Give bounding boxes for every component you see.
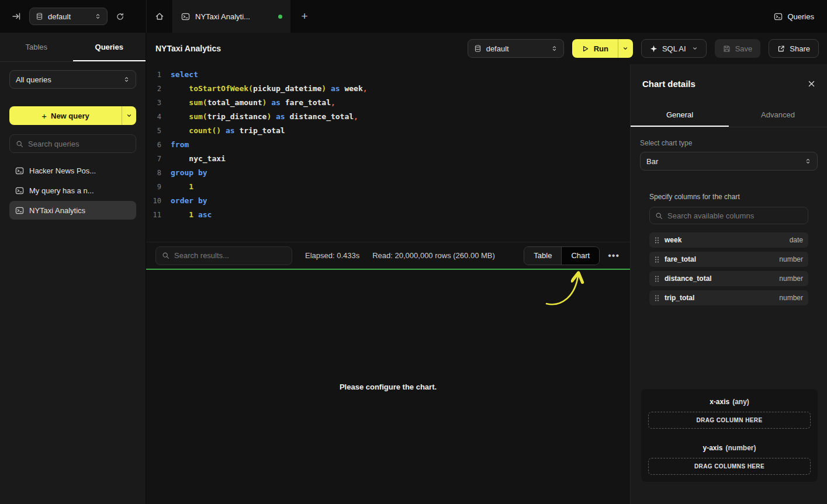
refresh-icon[interactable] xyxy=(116,12,124,21)
code-line[interactable]: select xyxy=(171,68,368,82)
topbar-left: default xyxy=(0,0,146,33)
drag-handle-icon[interactable] xyxy=(655,256,659,263)
query-filter-select[interactable]: All queries xyxy=(9,70,136,89)
column-row[interactable]: fare_totalnumber xyxy=(649,252,808,267)
tab-queries[interactable]: Queries xyxy=(73,33,146,61)
code-line[interactable]: sum(total_amount) as fare_total, xyxy=(171,96,368,110)
tab-title: NYTaxi Analyti... xyxy=(195,12,273,21)
tab-general[interactable]: General xyxy=(631,103,729,127)
chevron-up-down-icon xyxy=(123,76,130,83)
drag-handle-icon[interactable] xyxy=(655,275,659,283)
query-header: NYTaxi Analytics default Run xyxy=(146,33,827,64)
queries-button[interactable]: Queries xyxy=(774,12,814,21)
results-view-toggle: Table Chart xyxy=(524,246,600,265)
chart-type-value: Bar xyxy=(646,157,800,166)
code-line[interactable]: group by xyxy=(171,166,368,180)
code-line[interactable]: 1 asc xyxy=(171,208,368,222)
editor-pane: 1234567891011 select toStartOfWeek(picku… xyxy=(146,64,630,504)
query-item-label: Hacker News Pos... xyxy=(29,166,96,175)
tab-strip: NYTaxi Analyti... + xyxy=(146,0,319,33)
axis-drop-zone[interactable]: DRAG COLUMNS HERE xyxy=(648,458,811,475)
share-button[interactable]: Share xyxy=(769,39,819,58)
drag-handle-icon[interactable] xyxy=(655,294,659,302)
terminal-icon xyxy=(15,206,24,215)
column-row[interactable]: weekdate xyxy=(649,232,808,248)
queries-button-label: Queries xyxy=(787,12,814,21)
run-options-dropdown[interactable] xyxy=(618,39,633,58)
plus-icon: + xyxy=(41,111,47,121)
line-number: 7 xyxy=(146,152,161,166)
column-name: trip_total xyxy=(665,294,694,302)
columns-search xyxy=(649,207,808,224)
new-query-button[interactable]: + New query xyxy=(9,106,136,125)
column-name: week xyxy=(665,236,681,244)
collapse-sidebar-icon[interactable] xyxy=(12,12,21,21)
sql-editor[interactable]: 1234567891011 select toStartOfWeek(picku… xyxy=(146,64,630,242)
annotation-arrow xyxy=(526,270,596,334)
column-type: date xyxy=(790,236,803,244)
chart-type-select[interactable]: Bar xyxy=(640,152,818,171)
terminal-icon xyxy=(774,12,783,21)
results-search-input[interactable] xyxy=(174,251,286,260)
column-name: distance_total xyxy=(665,274,712,283)
columns-section-label: Specify columns for the chart xyxy=(649,193,808,201)
line-number: 8 xyxy=(146,166,161,180)
query-search-input[interactable] xyxy=(28,140,131,148)
panel-tabs: General Advanced xyxy=(631,103,827,127)
sql-ai-button[interactable]: SQL AI xyxy=(641,39,707,58)
columns-section: Specify columns for the chart weekdatefa… xyxy=(640,193,818,305)
run-database-selector[interactable]: default xyxy=(468,39,564,58)
search-icon xyxy=(655,212,663,220)
table-view-button[interactable]: Table xyxy=(524,247,561,265)
axis-drop-zone[interactable]: DRAG COLUMN HERE xyxy=(648,412,811,429)
home-tab[interactable] xyxy=(146,0,173,33)
line-number: 11 xyxy=(146,208,161,222)
share-icon xyxy=(777,45,785,53)
code-line[interactable]: toStartOfWeek(pickup_datetime) as week, xyxy=(171,82,368,96)
save-icon xyxy=(723,45,731,53)
chevron-down-icon[interactable] xyxy=(692,46,698,51)
run-button[interactable]: Run xyxy=(572,39,633,58)
query-list-item[interactable]: Hacker News Pos... xyxy=(9,161,136,180)
new-query-main[interactable]: + New query xyxy=(9,106,122,125)
code-line[interactable]: 1 xyxy=(171,180,368,194)
new-tab-button[interactable]: + xyxy=(290,0,319,33)
axis-block: x-axis(any)DRAG COLUMN HERE xyxy=(648,398,811,429)
terminal-icon xyxy=(181,12,190,21)
code-line[interactable]: nyc_taxi xyxy=(171,152,368,166)
column-row[interactable]: trip_totalnumber xyxy=(649,290,808,305)
line-number: 5 xyxy=(146,124,161,138)
code-line[interactable]: order by xyxy=(171,194,368,208)
axis-block: y-axis(number)DRAG COLUMNS HERE xyxy=(648,444,811,475)
tab-advanced[interactable]: Advanced xyxy=(729,103,827,127)
query-list-item[interactable]: My query has a n... xyxy=(9,181,136,200)
tab-tables[interactable]: Tables xyxy=(0,33,73,61)
tab-queries-label: Queries xyxy=(95,43,123,51)
drag-handle-icon[interactable] xyxy=(655,237,659,244)
new-query-dropdown[interactable] xyxy=(122,106,136,125)
sparkle-icon xyxy=(650,45,658,53)
code-line[interactable]: sum(trip_distance) as distance_total, xyxy=(171,110,368,124)
tab-advanced-label: Advanced xyxy=(761,110,795,119)
sidebar-tabs: Tables Queries xyxy=(0,33,146,62)
tab-nytaxi-analytics[interactable]: NYTaxi Analyti... xyxy=(173,0,290,33)
topbar-database-selector[interactable]: default xyxy=(29,8,108,25)
save-button[interactable]: Save xyxy=(715,39,761,58)
column-type: number xyxy=(779,294,803,302)
elapsed-stat: Elapsed: 0.433s xyxy=(305,251,359,260)
editor-code[interactable]: select toStartOfWeek(pickup_datetime) as… xyxy=(171,68,368,242)
home-icon xyxy=(155,12,164,21)
query-search xyxy=(9,134,136,153)
run-button-main[interactable]: Run xyxy=(572,39,618,58)
tab-tables-label: Tables xyxy=(25,43,47,51)
chart-view-button[interactable]: Chart xyxy=(561,247,599,265)
query-list-item[interactable]: NYTaxi Analytics xyxy=(9,201,136,220)
sidebar: Tables Queries All queries + New query H… xyxy=(0,33,146,504)
code-line[interactable]: count() as trip_total xyxy=(171,124,368,138)
close-icon[interactable] xyxy=(808,80,815,88)
more-options-icon[interactable]: ••• xyxy=(605,251,622,261)
columns-search-input[interactable] xyxy=(667,211,802,220)
query-item-label: My query has a n... xyxy=(29,186,94,195)
column-row[interactable]: distance_totalnumber xyxy=(649,271,808,286)
code-line[interactable]: from xyxy=(171,138,368,152)
